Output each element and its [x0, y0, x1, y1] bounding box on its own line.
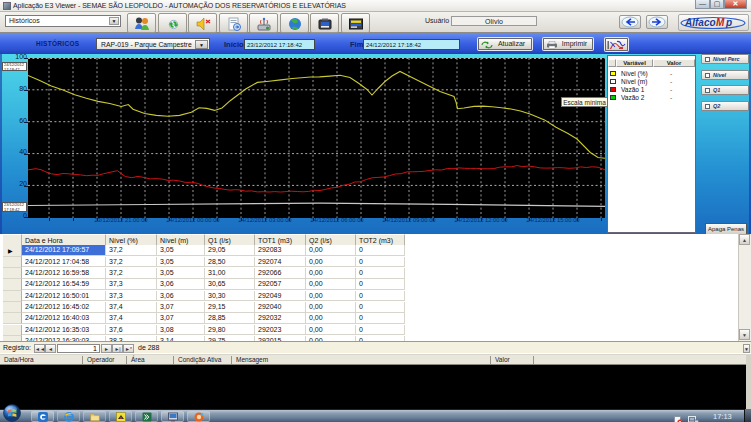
svg-text:p: p — [725, 17, 732, 28]
svg-text:M: M — [716, 17, 725, 28]
svg-text:Alfaco: Alfaco — [684, 17, 716, 28]
